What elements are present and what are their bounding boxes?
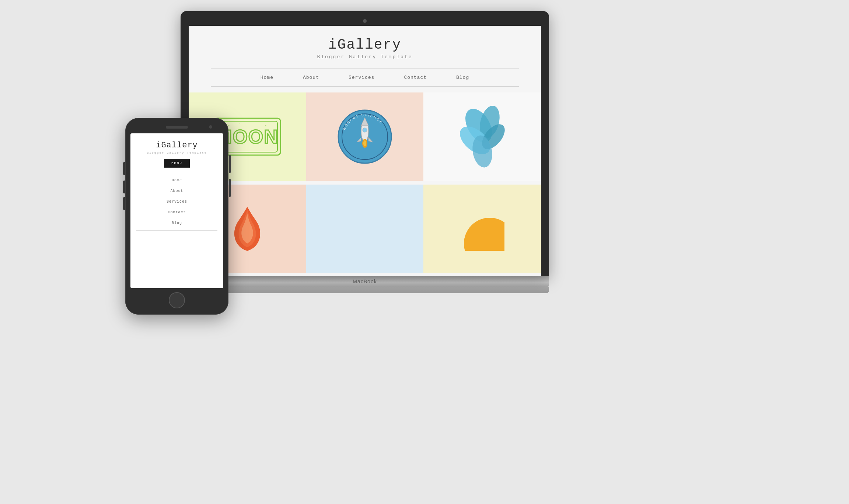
fox-svg (227, 203, 268, 255)
svg-point-5 (265, 125, 266, 126)
iphone-home-button[interactable] (169, 292, 185, 308)
iphone-nav-about[interactable]: About (136, 189, 217, 193)
site-subtitle: Blogger Gallery Template (196, 54, 534, 60)
svg-point-22 (464, 218, 504, 251)
site-title: iGallery (196, 37, 534, 53)
iphone-menu-button[interactable]: MENU (164, 159, 190, 168)
nav-about[interactable]: About (303, 75, 319, 80)
website-desktop: iGallery Blogger Gallery Template Home A… (189, 26, 541, 276)
nav-contact[interactable]: Contact (404, 75, 427, 80)
iphone-nav-blog[interactable]: Blog (136, 221, 217, 225)
iphone-website: iGallery Blogger Gallery Template MENU H… (130, 133, 223, 238)
iphone-body: iGallery Blogger Gallery Template MENU H… (125, 118, 228, 315)
nav-home[interactable]: Home (261, 75, 273, 80)
macbook-bezel: iGallery Blogger Gallery Template Home A… (181, 11, 549, 276)
macbook-base: MacBook (181, 276, 549, 287)
iphone-divider-top (136, 173, 217, 173)
iphone-site-title: iGallery (136, 141, 217, 150)
gallery-item-orange (423, 185, 541, 273)
gallery-item-rocket: ROCKET SCIENCE (306, 92, 424, 181)
orange-svg (460, 207, 504, 251)
svg-point-16 (363, 128, 367, 132)
iphone-nav-home[interactable]: Home (136, 178, 217, 182)
iphone-divider-bottom (136, 230, 217, 231)
svg-point-6 (273, 133, 273, 133)
iphone-top-bar (130, 123, 223, 131)
svg-point-3 (228, 125, 230, 126)
site-header: iGallery Blogger Gallery Template (189, 26, 541, 63)
iphone-speaker (166, 126, 188, 129)
iphone-volume-down-left-btn (123, 197, 125, 210)
iphone-volume-up-btn (123, 181, 125, 193)
blue-shapes-svg (457, 104, 508, 170)
iphone-volume-down-btn (229, 179, 231, 197)
svg-point-4 (240, 123, 240, 124)
iphone-screen: iGallery Blogger Gallery Template MENU H… (130, 133, 223, 288)
iphone-nav-contact[interactable]: Contact (136, 210, 217, 214)
iphone-nav-services[interactable]: Services (136, 200, 217, 204)
macbook-foot (181, 287, 549, 293)
site-nav: Home About Services Contact Blog (211, 69, 519, 87)
rocket-svg: ROCKET SCIENCE (335, 107, 394, 166)
gallery-item-blue (423, 92, 541, 181)
macbook-screen: iGallery Blogger Gallery Template Home A… (189, 26, 541, 276)
nav-services[interactable]: Services (349, 75, 374, 80)
iphone-site-subtitle: Blogger Gallery Template (136, 151, 217, 154)
gallery-item-lightblue (306, 185, 424, 273)
iphone-front-camera (209, 125, 212, 129)
macbook-label-text: MacBook (353, 279, 377, 284)
macbook-camera (363, 19, 367, 23)
gallery-grid: MOON (189, 92, 541, 276)
iphone: iGallery Blogger Gallery Template MENU H… (125, 118, 228, 315)
iphone-power-btn (229, 155, 231, 173)
svg-point-14 (363, 140, 366, 146)
nav-blog[interactable]: Blog (456, 75, 469, 80)
iphone-mute-btn (123, 162, 125, 175)
macbook: iGallery Blogger Gallery Template Home A… (181, 11, 549, 293)
iphone-nav: Home About Services Contact Blog (136, 178, 217, 225)
iphone-bottom-bar (130, 291, 223, 309)
